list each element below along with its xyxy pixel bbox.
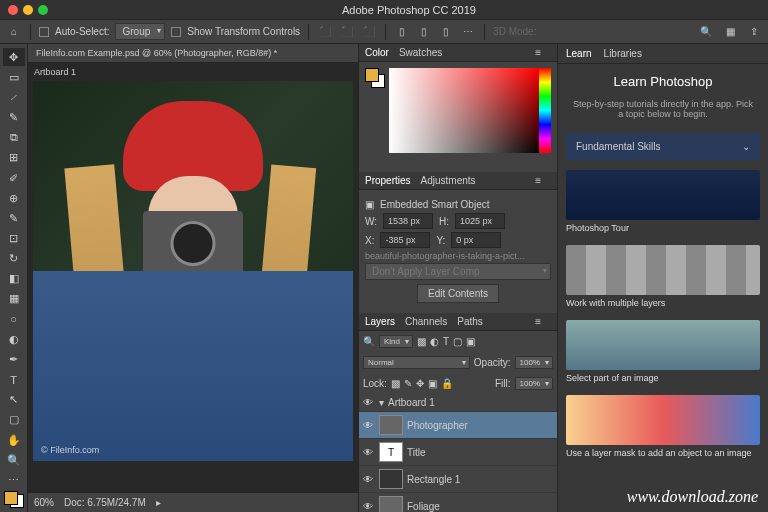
quick-select-tool[interactable]: ✎ [3, 108, 25, 126]
history-brush-tool[interactable]: ↻ [3, 250, 25, 268]
lock-position-icon[interactable]: ✥ [416, 378, 424, 389]
share-icon[interactable]: ⇪ [746, 24, 762, 40]
document-tab[interactable]: FileInfo.com Example.psd @ 60% (Photogra… [28, 44, 358, 63]
layer-name[interactable]: Photographer [407, 420, 468, 431]
panel-menu-icon[interactable]: ≡ [535, 47, 541, 58]
panel-menu-icon[interactable]: ≡ [535, 175, 541, 186]
align-left-icon[interactable]: ▯ [394, 24, 410, 40]
width-input[interactable] [383, 213, 433, 229]
crop-tool[interactable]: ⧉ [3, 129, 25, 147]
brush-tool[interactable]: ✎ [3, 209, 25, 227]
lock-all-icon[interactable]: 🔒 [441, 378, 453, 389]
color-field[interactable] [389, 68, 539, 153]
path-tool[interactable]: ↖ [3, 391, 25, 409]
pen-tool[interactable]: ✒ [3, 350, 25, 368]
layer-name[interactable]: Artboard 1 [388, 397, 435, 408]
filter-pixel-icon[interactable]: ▩ [417, 336, 426, 347]
filter-shape-icon[interactable]: ▢ [453, 336, 462, 347]
libraries-tab[interactable]: Libraries [604, 48, 642, 59]
blur-tool[interactable]: ○ [3, 310, 25, 328]
filter-icon[interactable]: 🔍 [363, 336, 375, 347]
layer-thumbnail[interactable] [379, 469, 403, 489]
status-arrow-icon[interactable]: ▸ [156, 497, 161, 508]
edit-contents-button[interactable]: Edit Contents [417, 284, 499, 303]
artboard-label[interactable]: Artboard 1 [28, 63, 358, 81]
canvas[interactable]: © FileInfo.com [28, 81, 358, 492]
transform-checkbox[interactable] [171, 27, 181, 37]
gradient-tool[interactable]: ▦ [3, 290, 25, 308]
paths-tab[interactable]: Paths [457, 316, 483, 327]
filter-smart-icon[interactable]: ▣ [466, 336, 475, 347]
auto-select-checkbox[interactable] [39, 27, 49, 37]
shape-tool[interactable]: ▢ [3, 411, 25, 429]
color-swatch[interactable] [4, 491, 24, 508]
healing-tool[interactable]: ⊕ [3, 189, 25, 207]
layer-item[interactable]: 👁 T Title [359, 439, 557, 466]
opacity-input[interactable]: 100% [515, 356, 553, 369]
zoom-status[interactable]: 60% [34, 497, 54, 508]
eraser-tool[interactable]: ◧ [3, 270, 25, 288]
lasso-tool[interactable]: ⟋ [3, 88, 25, 106]
align-bottom-icon[interactable]: ⬛ [361, 24, 377, 40]
channels-tab[interactable]: Channels [405, 316, 447, 327]
learn-tab[interactable]: Learn [566, 48, 592, 59]
search-icon[interactable]: 🔍 [698, 24, 714, 40]
y-input[interactable] [451, 232, 501, 248]
layers-tab[interactable]: Layers [365, 316, 395, 327]
panel-menu-icon[interactable]: ≡ [535, 316, 541, 327]
edit-toolbar[interactable]: ⋯ [3, 471, 25, 489]
home-icon[interactable]: ⌂ [6, 24, 22, 40]
type-tool[interactable]: T [3, 371, 25, 389]
stamp-tool[interactable]: ⊡ [3, 229, 25, 247]
adjustments-tab[interactable]: Adjustments [421, 175, 476, 186]
layer-item[interactable]: 👁 Rectangle 1 [359, 466, 557, 493]
expand-icon[interactable]: ▾ [379, 397, 384, 408]
hue-slider[interactable] [539, 68, 551, 153]
color-picker-swatch[interactable] [365, 68, 385, 88]
layer-name[interactable]: Title [407, 447, 426, 458]
hand-tool[interactable]: ✋ [3, 431, 25, 449]
swatches-tab[interactable]: Swatches [399, 47, 442, 58]
visibility-icon[interactable]: 👁 [363, 420, 375, 431]
align-right-icon[interactable]: ▯ [438, 24, 454, 40]
dodge-tool[interactable]: ◐ [3, 330, 25, 348]
zoom-tool[interactable]: 🔍 [3, 451, 25, 469]
color-tab[interactable]: Color [365, 47, 389, 58]
layer-thumbnail[interactable] [379, 496, 403, 512]
height-input[interactable] [455, 213, 505, 229]
tutorial-item[interactable]: Use a layer mask to add an object to an … [566, 395, 760, 458]
visibility-icon[interactable]: 👁 [363, 397, 375, 408]
layer-name[interactable]: Foliage [407, 501, 440, 512]
layer-thumbnail[interactable] [379, 415, 403, 435]
marquee-tool[interactable]: ▭ [3, 68, 25, 86]
frame-tool[interactable]: ⊞ [3, 149, 25, 167]
visibility-icon[interactable]: 👁 [363, 447, 375, 458]
fill-input[interactable]: 100% [515, 377, 553, 390]
x-input[interactable] [380, 232, 430, 248]
align-top-icon[interactable]: ⬛ [317, 24, 333, 40]
layer-item[interactable]: 👁 Photographer [359, 412, 557, 439]
eyedropper-tool[interactable]: ✐ [3, 169, 25, 187]
close-window[interactable] [8, 5, 18, 15]
fundamental-skills-section[interactable]: Fundamental Skills ⌄ [566, 133, 760, 160]
workspace-icon[interactable]: ▦ [722, 24, 738, 40]
lock-pixels-icon[interactable]: ✎ [404, 378, 412, 389]
tutorial-item[interactable]: Work with multiple layers [566, 245, 760, 308]
more-align-icon[interactable]: ⋯ [460, 24, 476, 40]
properties-tab[interactable]: Properties [365, 175, 411, 186]
blend-mode-dropdown[interactable]: Normal [363, 356, 470, 369]
layer-group[interactable]: 👁 ▾ Artboard 1 [359, 394, 557, 412]
minimize-window[interactable] [23, 5, 33, 15]
align-center-icon[interactable]: ▯ [416, 24, 432, 40]
auto-select-dropdown[interactable]: Group [115, 23, 165, 40]
lock-artboard-icon[interactable]: ▣ [428, 378, 437, 389]
align-middle-icon[interactable]: ⬛ [339, 24, 355, 40]
layer-thumbnail[interactable]: T [379, 442, 403, 462]
tutorial-item[interactable]: Select part of an image [566, 320, 760, 383]
visibility-icon[interactable]: 👁 [363, 501, 375, 512]
filter-adjust-icon[interactable]: ◐ [430, 336, 439, 347]
filter-kind-dropdown[interactable]: Kind [379, 335, 413, 348]
layer-name[interactable]: Rectangle 1 [407, 474, 460, 485]
tutorial-item[interactable]: Photoshop Tour [566, 170, 760, 233]
visibility-icon[interactable]: 👁 [363, 474, 375, 485]
